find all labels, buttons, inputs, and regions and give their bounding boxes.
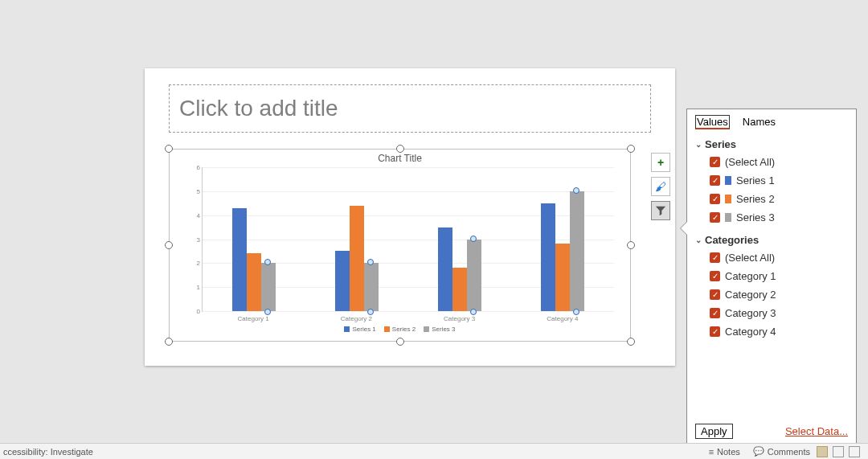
chart-plot-area[interactable]: 0123456 [202, 167, 614, 312]
series-select-all[interactable]: ✓ (Select All) [695, 153, 848, 171]
chart-side-buttons: + 🖌 [651, 153, 670, 220]
chart-styles-button[interactable]: 🖌 [651, 177, 670, 196]
category-item[interactable]: ✓ Category 2 [695, 285, 848, 304]
legend-item[interactable]: Series 2 [384, 326, 416, 333]
item-label: (Select All) [725, 156, 775, 168]
series-swatch-icon [725, 213, 731, 222]
legend-item[interactable]: Series 1 [344, 326, 375, 333]
category-item[interactable]: ✓ Category 1 [695, 267, 848, 285]
checkbox-checked-icon[interactable]: ✓ [710, 326, 720, 337]
slide-editor: Click to add title Chart Title 0123456 C… [0, 0, 868, 443]
notes-icon: ≡ [709, 447, 714, 457]
filter-tree: ⌄ Series ✓ (Select All) ✓ Series 1 ✓ Ser… [687, 133, 856, 419]
checkbox-checked-icon[interactable]: ✓ [710, 289, 720, 300]
item-label: Series 2 [736, 193, 775, 205]
notes-label: Notes [717, 447, 740, 457]
resize-handle[interactable] [627, 145, 635, 153]
comment-icon: 💬 [753, 446, 764, 457]
resize-handle[interactable] [396, 145, 404, 153]
tab-names[interactable]: Names [743, 116, 776, 129]
item-label: Category 2 [725, 289, 776, 301]
slide[interactable]: Click to add title Chart Title 0123456 C… [145, 68, 675, 366]
series-item[interactable]: ✓ Series 3 [695, 208, 848, 227]
plus-icon: + [657, 156, 664, 169]
funnel-icon [655, 205, 666, 216]
series-section-label: Series [705, 138, 736, 150]
item-label: (Select All) [725, 252, 775, 264]
notes-button[interactable]: ≡ Notes [702, 444, 747, 459]
item-label: Category 3 [725, 307, 776, 319]
view-buttons [817, 446, 868, 457]
checkbox-checked-icon[interactable]: ✓ [710, 252, 720, 263]
resize-handle[interactable] [396, 338, 404, 346]
normal-view-button[interactable] [817, 446, 828, 457]
checkbox-checked-icon[interactable]: ✓ [710, 308, 720, 318]
chart-filter-panel: Values Names ⌄ Series ✓ (Select All) ✓ S… [686, 109, 857, 445]
chart-elements-button[interactable]: + [651, 153, 670, 172]
checkbox-checked-icon[interactable]: ✓ [710, 212, 720, 223]
reading-view-button[interactable] [849, 446, 860, 457]
series-item[interactable]: ✓ Series 2 [695, 190, 848, 208]
select-data-link[interactable]: Select Data... [785, 425, 848, 437]
comments-button[interactable]: 💬 Comments [747, 444, 817, 459]
resize-handle[interactable] [165, 145, 173, 153]
resize-handle[interactable] [165, 241, 173, 249]
filter-panel-footer: Apply Select Data... [687, 419, 856, 444]
category-item[interactable]: ✓ Category 3 [695, 304, 848, 322]
chevron-down-icon: ⌄ [695, 140, 705, 149]
tab-values[interactable]: Values [695, 115, 730, 129]
categories-section-header[interactable]: ⌄ Categories [695, 232, 848, 248]
chart-filters-button[interactable] [651, 201, 670, 220]
checkbox-checked-icon[interactable]: ✓ [710, 271, 720, 281]
series-item[interactable]: ✓ Series 1 [695, 171, 848, 190]
categories-select-all[interactable]: ✓ (Select All) [695, 248, 848, 267]
checkbox-checked-icon[interactable]: ✓ [710, 175, 720, 186]
status-bar: ccessibility: Investigate ≡ Notes 💬 Comm… [0, 443, 868, 459]
item-label: Series 3 [736, 211, 775, 223]
slide-sorter-view-button[interactable] [833, 446, 844, 457]
item-label: Series 1 [736, 174, 775, 186]
checkbox-checked-icon[interactable]: ✓ [710, 157, 720, 167]
filter-tabs: Values Names [687, 109, 856, 133]
legend-item[interactable]: Series 3 [424, 326, 455, 333]
chart-object[interactable]: Chart Title 0123456 Category 1Category 2… [169, 149, 631, 342]
brush-icon: 🖌 [655, 180, 666, 193]
series-swatch-icon [725, 176, 731, 185]
resize-handle[interactable] [627, 338, 635, 346]
title-placeholder-text: Click to add title [179, 96, 338, 121]
item-label: Category 1 [725, 270, 776, 282]
checkbox-checked-icon[interactable]: ✓ [710, 194, 720, 204]
chart-x-axis: Category 1Category 2Category 3Category 4 [202, 315, 614, 322]
chart-legend[interactable]: Series 1 Series 2 Series 3 [170, 326, 630, 333]
chevron-down-icon: ⌄ [695, 236, 705, 244]
resize-handle[interactable] [627, 241, 635, 249]
accessibility-status[interactable]: ccessibility: Investigate [0, 447, 702, 457]
item-label: Category 4 [725, 326, 776, 338]
categories-section-label: Categories [705, 234, 759, 246]
resize-handle[interactable] [165, 338, 173, 346]
apply-button[interactable]: Apply [695, 424, 733, 439]
series-swatch-icon [725, 195, 731, 203]
series-section-header[interactable]: ⌄ Series [695, 136, 848, 153]
title-placeholder[interactable]: Click to add title [169, 84, 651, 133]
comments-label: Comments [768, 447, 810, 457]
category-item[interactable]: ✓ Category 4 [695, 322, 848, 341]
